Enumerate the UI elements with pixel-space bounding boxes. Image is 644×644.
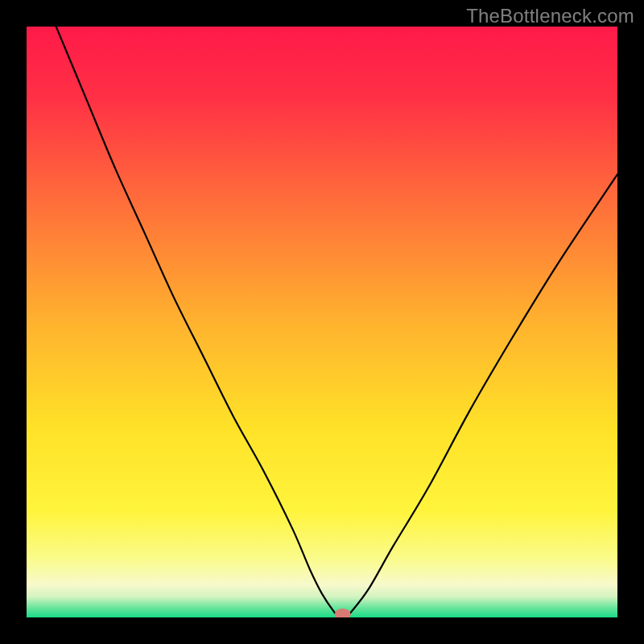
chart-frame: TheBottleneck.com — [0, 0, 644, 644]
gradient-background — [27, 27, 617, 617]
watermark-text: TheBottleneck.com — [466, 5, 634, 27]
bottleneck-chart-svg — [27, 27, 617, 617]
plot-area — [27, 27, 617, 617]
